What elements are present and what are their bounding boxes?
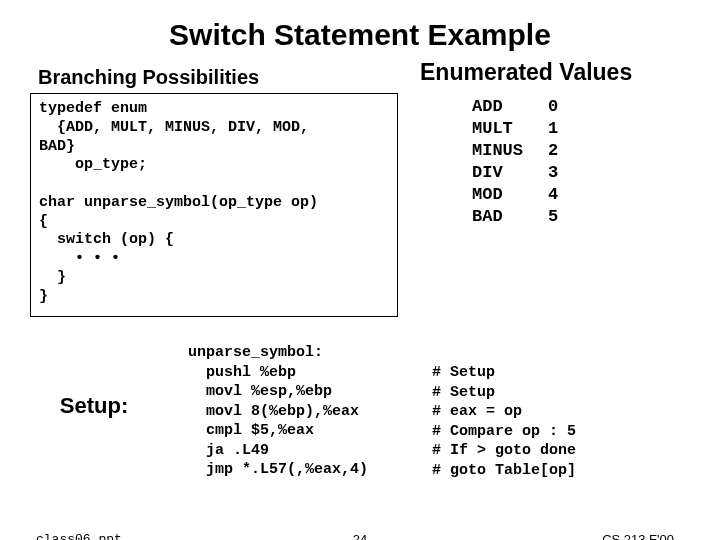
enum-name: MOD xyxy=(472,184,548,206)
enum-title: Enumerated Values xyxy=(420,59,720,86)
enum-val: 3 xyxy=(548,162,558,184)
setup-label: Setup: xyxy=(0,393,188,419)
footer-course: CS 213 F'00 xyxy=(602,532,674,540)
enum-row: MINUS2 xyxy=(472,140,720,162)
enum-table: ADD0 MULT1 MINUS2 DIV3 MOD4 BAD5 xyxy=(472,96,720,229)
c-code-box: typedef enum {ADD, MULT, MINUS, DIV, MOD… xyxy=(30,93,398,317)
assembly-comments: # Setup # Setup # eax = op # Compare op … xyxy=(432,363,576,480)
slide-title: Switch Statement Example xyxy=(0,18,720,52)
right-column: Enumerated Values ADD0 MULT1 MINUS2 DIV3… xyxy=(398,93,720,229)
enum-row: BAD5 xyxy=(472,206,720,228)
enum-name: DIV xyxy=(472,162,548,184)
enum-row: ADD0 xyxy=(472,96,720,118)
enum-val: 5 xyxy=(548,206,558,228)
enum-name: BAD xyxy=(472,206,548,228)
enum-name: ADD xyxy=(472,96,548,118)
enum-name: MINUS xyxy=(472,140,548,162)
enum-val: 2 xyxy=(548,140,558,162)
assembly-row: Setup: unparse_symbol: pushl %ebp movl %… xyxy=(0,343,720,480)
content-row: typedef enum {ADD, MULT, MINUS, DIV, MOD… xyxy=(0,93,720,317)
assembly-code: unparse_symbol: pushl %ebp movl %esp,%eb… xyxy=(188,343,432,480)
enum-val: 4 xyxy=(548,184,558,206)
enum-name: MULT xyxy=(472,118,548,140)
enum-row: MULT1 xyxy=(472,118,720,140)
enum-val: 1 xyxy=(548,118,558,140)
enum-val: 0 xyxy=(548,96,558,118)
enum-row: DIV3 xyxy=(472,162,720,184)
enum-row: MOD4 xyxy=(472,184,720,206)
